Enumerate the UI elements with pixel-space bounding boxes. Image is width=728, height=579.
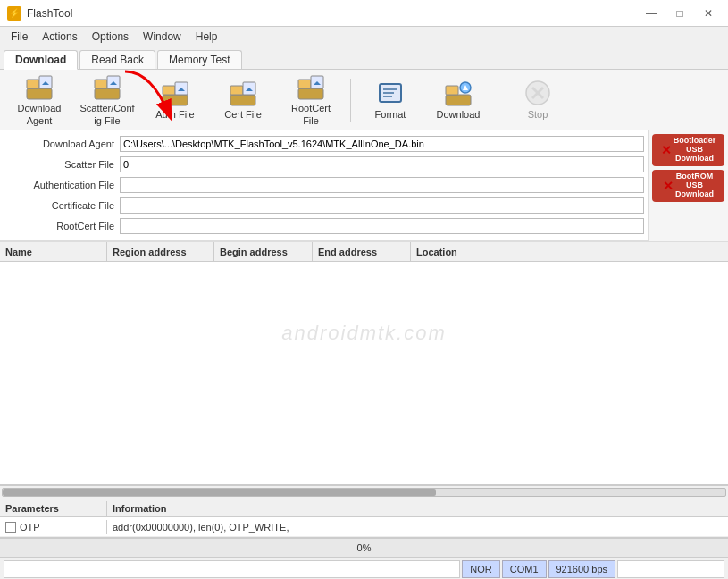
status-cell-bps: 921600 bps [548, 560, 616, 578]
fields-area: Download Agent Scatter File Authenticati… [0, 130, 648, 241]
field-input-auth[interactable] [120, 177, 644, 193]
col-end: End address [313, 242, 411, 261]
download-icon [444, 79, 473, 107]
stop-label: Stop [528, 109, 548, 121]
params-section: Parameters Information OTP addr(0x000000… [0, 499, 728, 538]
field-row-download-agent: Download Agent [4, 134, 644, 154]
cert-file-label: Cert File [224, 109, 262, 121]
rootcert-file-label: RootCert File [283, 103, 339, 126]
main-content: Download Agent Scatter/Config File Auth … [0, 70, 728, 579]
field-label-scatter: Scatter File [4, 159, 120, 170]
menu-window[interactable]: Window [136, 29, 188, 45]
download-agent-button[interactable]: Download Agent [7, 74, 71, 126]
field-input-cert[interactable] [120, 197, 644, 214]
tab-readback[interactable]: Read Back [79, 50, 155, 69]
field-row-scatter: Scatter File [4, 155, 644, 174]
fields-left: Download Agent Scatter File Authenticati… [0, 130, 648, 241]
horizontal-scrollbar[interactable] [0, 485, 728, 499]
tab-memorytest[interactable]: Memory Test [157, 50, 241, 69]
cert-file-button[interactable]: Cert File [211, 74, 275, 126]
menu-help[interactable]: Help [188, 29, 225, 45]
download-button[interactable]: Download [426, 74, 490, 126]
col-region: Region address [107, 242, 214, 261]
svg-rect-1 [27, 80, 39, 88]
col-location: Location [411, 242, 728, 261]
menu-actions[interactable]: Actions [35, 29, 84, 45]
title-bar-text: FlashTool [27, 7, 639, 20]
title-bar: ⚡ FlashTool — □ ✕ [0, 0, 728, 27]
tab-download[interactable]: Download [4, 50, 78, 70]
field-row-cert: Certificate File [4, 196, 644, 215]
svg-rect-25 [446, 86, 458, 95]
field-input-rootcert[interactable] [120, 218, 644, 234]
minimize-button[interactable]: — [639, 4, 664, 22]
right-panel: ✕ BootloaderUSBDownload ✕ BootROMUSBDown… [648, 130, 728, 241]
maximize-button[interactable]: □ [667, 4, 692, 22]
svg-rect-4 [95, 88, 120, 99]
params-row-otp: OTP addr(0x00000000), len(0), OTP_WRITE, [0, 517, 728, 537]
status-cell-empty-left [4, 560, 460, 578]
toolbar-separator-1 [350, 79, 351, 122]
svg-rect-0 [27, 88, 52, 99]
stop-icon [523, 79, 552, 107]
auth-file-icon [161, 79, 189, 107]
bootloader-usb-download-label: BootloaderUSBDownload [674, 137, 716, 164]
bootrom-usb-download-button[interactable]: ✕ BootROMUSBDownload [652, 170, 724, 202]
format-label: Format [375, 109, 406, 121]
bootloader-usb-download-button[interactable]: ✕ BootloaderUSBDownload [652, 134, 724, 166]
table-body: androidmtk.com [0, 262, 728, 405]
field-label-download-agent: Download Agent [4, 138, 120, 149]
table-header: Name Region address Begin address End ad… [0, 242, 728, 262]
svg-rect-16 [298, 88, 323, 99]
format-button[interactable]: Format [358, 74, 423, 126]
menu-options[interactable]: Options [85, 29, 136, 45]
download-agent-icon [25, 72, 54, 101]
status-cell-com1: COM1 [502, 560, 547, 578]
auth-file-button[interactable]: Auth File [143, 74, 207, 126]
format-icon [376, 79, 405, 107]
params-col-information: Information [107, 501, 172, 516]
field-input-scatter[interactable] [120, 156, 644, 172]
toolbar: Download Agent Scatter/Config File Auth … [0, 70, 728, 130]
svg-rect-12 [230, 95, 255, 105]
scroll-thumb[interactable] [3, 489, 436, 496]
menu-file[interactable]: File [4, 29, 35, 45]
progress-bar: 0% [0, 538, 728, 558]
download-agent-label: Download Agent [12, 103, 67, 126]
tab-bar: Download Read Back Memory Test [0, 46, 728, 70]
params-col-parameters: Parameters [0, 501, 107, 516]
bootrom-usb-download-label: BootROMUSBDownload [675, 172, 714, 199]
params-header: Parameters Information [0, 499, 728, 517]
svg-rect-24 [446, 95, 471, 105]
cert-file-icon [229, 79, 257, 107]
scatter-config-button[interactable]: Scatter/Config File [75, 74, 139, 126]
rootcert-file-icon [297, 72, 325, 101]
params-cell-info: addr(0x00000000), len(0), OTP_WRITE, [107, 520, 294, 534]
rootcert-file-button[interactable]: RootCert File [279, 74, 343, 126]
field-label-auth: Authentication File [4, 180, 120, 190]
col-begin: Begin address [214, 242, 313, 261]
params-cell-param: OTP [0, 520, 107, 534]
fields-section: Download Agent Scatter File Authenticati… [0, 130, 728, 242]
auth-file-label: Auth File [155, 109, 194, 121]
status-cell-nor: NOR [462, 560, 499, 578]
otp-checkbox[interactable] [5, 522, 16, 533]
field-label-cert: Certificate File [4, 200, 120, 211]
app-icon: ⚡ [7, 6, 21, 21]
toolbar-separator-2 [498, 79, 498, 122]
field-label-rootcert: RootCert File [4, 221, 120, 231]
svg-rect-17 [298, 80, 311, 88]
field-row-auth: Authentication File [4, 175, 644, 195]
field-row-rootcert: RootCert File [4, 216, 644, 236]
otp-label: OTP [20, 522, 40, 533]
col-name: Name [0, 242, 107, 261]
scroll-track[interactable] [2, 488, 726, 497]
scatter-config-label: Scatter/Config File [79, 103, 135, 126]
status-bar: NOR COM1 921600 bps [0, 558, 728, 579]
svg-rect-8 [163, 95, 188, 105]
status-cell-empty-right [617, 560, 724, 578]
close-button[interactable]: ✕ [696, 4, 721, 22]
field-input-download-agent[interactable] [120, 136, 644, 152]
scatter-config-icon [93, 72, 121, 101]
stop-button[interactable]: Stop [506, 74, 570, 126]
